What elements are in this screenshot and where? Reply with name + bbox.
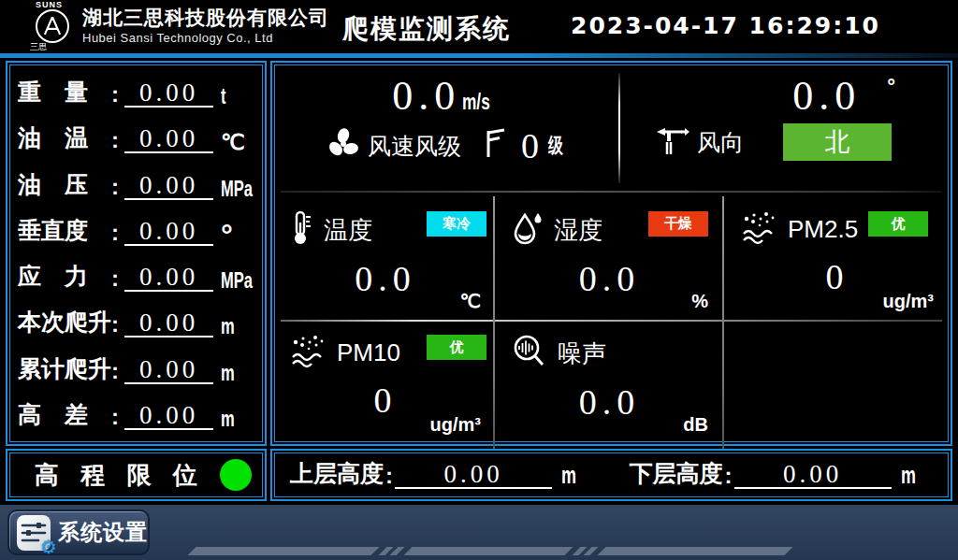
sensor-unit: dB [683, 414, 708, 436]
measure-unit: m [221, 408, 254, 430]
sensor-card-pm10: PM10 优 0 ug/m³ [279, 323, 492, 445]
grid-divider-horizontal-2 [281, 320, 942, 322]
measurements-panel: 重 量: 0.00 t 油 温: 0.00 ℃ 油 压: 0.00 MPa 垂直… [6, 61, 267, 446]
sensor-card-humidity: 湿度 干燥 0.0 % [500, 194, 719, 316]
measure-unit: MPa [221, 178, 254, 200]
sensor-name: PM10 [337, 338, 400, 367]
measure-label: 应 力 [18, 261, 111, 292]
measure-label: 高 差 [18, 399, 111, 430]
header: SUNS 三思 湖北三思科技股份有限公司 Hubei Sansi Technol… [0, 0, 958, 53]
screen: SUNS 三思 湖北三思科技股份有限公司 Hubei Sansi Technol… [0, 0, 958, 560]
upper-height-group: 上层高度 : 0.00 m [290, 458, 609, 489]
sensor-status-badge: 优 [868, 211, 928, 237]
measure-label: 本次爬升 [18, 307, 111, 337]
sensor-name: 湿度 [554, 214, 602, 247]
measure-label: 油 压 [18, 169, 111, 200]
measure-value: 0.00 [124, 357, 213, 384]
measure-value: 0.00 [124, 126, 213, 153]
sensor-card-pm25: PM2.5 优 0 ug/m³ [730, 194, 945, 316]
measure-value: 0.00 [124, 219, 213, 246]
environment-panel: 0.0 m/s 风速风级 [270, 61, 952, 446]
wind-level-flag-icon [484, 128, 508, 164]
company-name: 湖北三思科技股份有限公司 Hubei Sansi Technology Co.,… [82, 6, 329, 46]
layer-heights-box: 上层高度 : 0.00 m 下层高度 : 0.00 m [270, 449, 952, 501]
system-settings-button[interactable]: ⚙ 系统设置 [7, 510, 150, 555]
measure-unit: ° [221, 223, 254, 246]
elevation-limit-label: 高 程 限 位 [35, 459, 205, 492]
wind-vane-icon [654, 123, 691, 161]
measure-row-oil-temp: 油 温: 0.00 ℃ [18, 122, 254, 153]
measure-unit: ℃ [221, 131, 254, 153]
sensor-value: 0.0 [500, 260, 719, 297]
logo-suns-text: SUNS [26, 1, 79, 9]
thermometer-icon [290, 209, 314, 251]
wind-level-value: 0 [521, 129, 539, 163]
elevation-limit-status-indicator [220, 459, 252, 491]
measure-row-verticality: 垂直度: 0.00 ° [18, 215, 254, 246]
header-divider [0, 53, 958, 58]
sensor-name: 噪声 [558, 337, 606, 370]
footer-stripe [404, 547, 573, 555]
wind-direction-value: 0.0 [792, 75, 861, 118]
sensor-unit: ug/m³ [430, 414, 481, 436]
sensor-value: 0 [730, 258, 945, 295]
measure-label: 油 温 [18, 122, 111, 153]
wind-direction-badge: 北 [783, 123, 892, 161]
droplet-icon [511, 209, 544, 251]
measure-row-current-climb: 本次爬升: 0.00 m [18, 307, 254, 337]
sensor-card-noise: 噪声 0.0 dB [500, 323, 719, 445]
measure-value: 0.00 [124, 403, 213, 430]
upper-height-value: 0.00 [395, 462, 552, 489]
measure-value: 0.00 [124, 310, 213, 337]
lower-height-unit: m [901, 462, 922, 489]
measure-row-total-climb: 累计爬升: 0.00 m [18, 353, 254, 384]
wind-speed-label: 风速风级 [368, 131, 461, 162]
measure-label: 垂直度 [18, 215, 111, 246]
sensor-value: 0 [279, 381, 492, 419]
lower-height-group: 下层高度 : 0.00 m [630, 458, 949, 489]
measure-value: 0.00 [124, 173, 213, 200]
wind-speed-unit: m/s [462, 89, 501, 115]
logo-circle-icon [36, 9, 69, 43]
footer-stripe [188, 547, 380, 555]
measure-unit: MPa [221, 269, 254, 292]
company-name-cn: 湖北三思科技股份有限公司 [82, 6, 329, 30]
noise-icon [511, 333, 548, 374]
logo-cn-text: 三思 [26, 43, 79, 51]
measure-value: 0.00 [124, 265, 213, 292]
fan-icon [325, 125, 362, 166]
measure-unit: m [221, 315, 254, 337]
measure-row-oil-pressure: 油 压: 0.00 MPa [18, 169, 254, 200]
wind-direction-label: 风向 [697, 127, 744, 158]
gear-icon: ⚙ [40, 538, 57, 556]
wind-level-unit: 级 [548, 132, 569, 160]
measure-row-height-diff: 高 差: 0.00 m [18, 399, 254, 430]
sensor-status-badge: 干燥 [648, 211, 708, 237]
upper-height-label: 上层高度 [290, 458, 384, 489]
sensor-name: PM2.5 [788, 215, 858, 244]
footer-bar: ⚙ 系统设置 [0, 505, 958, 560]
sensor-name: 温度 [324, 214, 372, 247]
measure-unit: m [221, 362, 254, 384]
upper-height-unit: m [561, 462, 582, 489]
company-logo: SUNS 三思 [26, 1, 79, 52]
sensor-unit: % [691, 291, 708, 312]
measure-label: 累计爬升 [18, 353, 111, 384]
dust-icon [290, 333, 327, 372]
sensor-unit: ℃ [460, 290, 481, 312]
wind-speed-section: 0.0 m/s 风速风级 [275, 65, 618, 189]
sensor-unit: ug/m³ [883, 291, 934, 312]
sensor-status-badge: 寒冷 [427, 211, 486, 237]
system-settings-label: 系统设置 [58, 518, 148, 547]
sensor-card-temperature: 温度 寒冷 0.0 ℃ [279, 194, 492, 316]
measure-row-weight: 重 量: 0.00 t [18, 77, 254, 108]
measure-row-stress: 应 力: 0.00 MPa [18, 261, 254, 292]
wind-direction-section: 0.0 ° 风向 北 [620, 65, 948, 189]
page-title: 爬模监测系统 [329, 11, 524, 47]
measure-unit: t [221, 85, 254, 108]
datetime-display: 2023-04-17 16:29:10 [571, 12, 880, 39]
company-name-en: Hubei Sansi Technology Co., Ltd [82, 30, 329, 46]
settings-sliders-icon: ⚙ [17, 515, 51, 551]
wind-direction-unit: ° [887, 75, 895, 99]
lower-height-label: 下层高度 [630, 458, 723, 489]
